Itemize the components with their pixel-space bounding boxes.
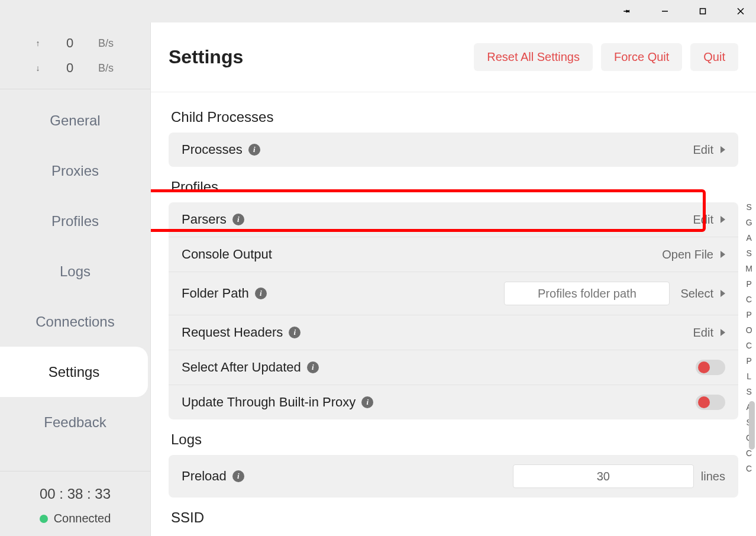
scrollbar-thumb[interactable]: [749, 401, 755, 450]
info-icon[interactable]: i: [232, 214, 244, 225]
chevron-right-icon: [721, 216, 725, 223]
nav-item-connections[interactable]: Connections: [0, 296, 150, 347]
section-profiles: Profiles: [171, 179, 736, 195]
preload-label: Preload: [182, 469, 227, 484]
chevron-right-icon: [721, 146, 725, 153]
force-quit-button[interactable]: Force Quit: [601, 43, 682, 71]
upload-unit: B/s: [98, 37, 116, 50]
nav-item-general[interactable]: General: [0, 95, 150, 146]
row-console-output[interactable]: Console Output Open File: [169, 237, 738, 272]
update-through-proxy-label: Update Through Built-in Proxy: [182, 395, 356, 410]
preload-input[interactable]: [513, 464, 694, 488]
nav-item-logs[interactable]: Logs: [0, 246, 150, 296]
uptime: 00 : 38 : 33: [40, 486, 111, 502]
index-letter[interactable]: S: [746, 248, 751, 258]
folder-select-action[interactable]: Select: [680, 287, 725, 301]
index-letter[interactable]: C: [746, 341, 752, 350]
page-header: Settings Reset All Settings Force Quit Q…: [151, 22, 756, 92]
arrow-up-icon: ↑: [34, 38, 41, 48]
info-icon[interactable]: i: [248, 144, 260, 156]
console-output-label: Console Output: [182, 247, 272, 262]
index-letter[interactable]: P: [746, 310, 751, 319]
download-value: 0: [63, 60, 77, 76]
info-icon[interactable]: i: [289, 327, 301, 338]
speed-panel: ↑ 0 B/s ↓ 0 B/s: [0, 22, 150, 89]
row-preload: Preload i lines: [169, 455, 738, 498]
parsers-label: Parsers: [182, 212, 227, 227]
index-letter[interactable]: A: [746, 233, 751, 243]
download-unit: B/s: [98, 62, 116, 75]
info-icon[interactable]: i: [307, 361, 319, 373]
folder-path-input[interactable]: [504, 282, 670, 305]
speed-upload: ↑ 0 B/s: [0, 31, 150, 56]
status-panel: 00 : 38 : 33 Connected: [0, 471, 150, 536]
select-after-updated-label: Select After Updated: [182, 360, 301, 375]
section-logs: Logs: [171, 431, 736, 448]
sidebar: ↑ 0 B/s ↓ 0 B/s GeneralProxiesProfilesLo…: [0, 22, 151, 536]
upload-value: 0: [63, 35, 77, 51]
index-letter[interactable]: L: [747, 372, 751, 381]
index-letter[interactable]: O: [746, 325, 752, 335]
svg-rect-1: [700, 9, 706, 14]
main-panel: Settings Reset All Settings Force Quit Q…: [151, 22, 756, 536]
update-through-proxy-toggle[interactable]: [696, 395, 725, 410]
index-letter[interactable]: P: [746, 356, 751, 366]
reset-all-button[interactable]: Reset All Settings: [474, 43, 593, 71]
index-letter[interactable]: S: [746, 387, 751, 396]
processes-edit-action[interactable]: Edit: [693, 143, 725, 157]
preload-unit: lines: [701, 470, 725, 483]
minimize-icon[interactable]: [654, 1, 676, 22]
row-request-headers[interactable]: Request Headers i Edit: [169, 315, 738, 350]
select-after-updated-toggle[interactable]: [696, 360, 725, 375]
connection-status: Connected: [40, 512, 111, 525]
maximize-icon[interactable]: [692, 1, 713, 22]
close-icon[interactable]: [730, 1, 751, 22]
row-folder-path: Folder Path i Select: [169, 272, 738, 315]
index-letter[interactable]: M: [745, 264, 752, 273]
index-letter[interactable]: C: [746, 448, 752, 458]
nav-item-profiles[interactable]: Profiles: [0, 196, 150, 246]
open-file-action[interactable]: Open File: [662, 248, 725, 261]
index-letter[interactable]: S: [746, 202, 751, 212]
info-icon[interactable]: i: [232, 470, 244, 482]
nav-item-settings[interactable]: Settings: [0, 347, 148, 397]
content-scroll: Child Processes Processes i Edit Profile…: [151, 92, 756, 531]
request-headers-label: Request Headers: [182, 325, 283, 340]
index-letter[interactable]: P: [746, 279, 751, 289]
row-update-through-proxy: Update Through Built-in Proxy i: [169, 385, 738, 419]
page-title: Settings: [169, 46, 243, 68]
quit-button[interactable]: Quit: [690, 43, 738, 71]
request-headers-edit-action[interactable]: Edit: [693, 326, 725, 340]
processes-label: Processes: [182, 142, 243, 157]
info-icon[interactable]: i: [255, 288, 267, 299]
index-letter[interactable]: C: [746, 295, 752, 304]
row-processes[interactable]: Processes i Edit: [169, 133, 738, 167]
row-parsers[interactable]: Parsers i Edit: [169, 202, 738, 237]
nav-item-proxies[interactable]: Proxies: [0, 146, 150, 196]
pin-icon[interactable]: [616, 1, 638, 22]
nav-item-feedback[interactable]: Feedback: [0, 397, 150, 447]
status-dot-icon: [40, 515, 48, 523]
row-select-after-updated: Select After Updated i: [169, 350, 738, 385]
status-label: Connected: [54, 512, 111, 525]
info-icon[interactable]: i: [361, 396, 373, 408]
nav-list: GeneralProxiesProfilesLogsConnectionsSet…: [0, 89, 150, 471]
section-child-processes: Child Processes: [171, 109, 736, 125]
chevron-right-icon: [721, 290, 725, 297]
arrow-down-icon: ↓: [34, 63, 41, 73]
folder-path-label: Folder Path: [182, 286, 249, 301]
index-letter[interactable]: C: [746, 464, 752, 473]
titlebar: [0, 0, 756, 22]
index-letter[interactable]: G: [746, 218, 752, 227]
chevron-right-icon: [721, 329, 725, 336]
chevron-right-icon: [721, 251, 725, 258]
section-ssid: SSID: [171, 509, 736, 526]
speed-download: ↓ 0 B/s: [0, 56, 150, 80]
parsers-edit-action[interactable]: Edit: [693, 213, 725, 227]
